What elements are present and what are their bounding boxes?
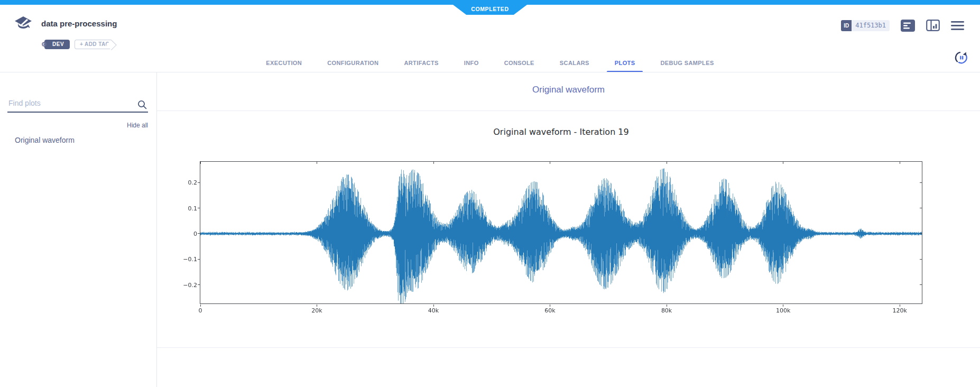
x-tick-mark-top [317, 162, 317, 164]
page: { "status_badge": { "label": "COMPLETED"… [0, 0, 980, 387]
x-tick-label: 20k [311, 307, 322, 314]
search-icon [137, 100, 147, 112]
tab-info[interactable]: INFO [451, 55, 492, 72]
y-tick-mark-right [920, 208, 922, 208]
plot-card-top-divider [157, 110, 980, 111]
x-tick-mark [550, 305, 550, 307]
hide-all-link[interactable]: Hide all [127, 122, 148, 129]
x-tick-mark [783, 305, 783, 307]
x-tick-label: 100k [776, 307, 790, 314]
experiment-title: data pre-processing [41, 19, 117, 28]
status-bar [0, 0, 980, 5]
x-tick-mark [900, 305, 900, 307]
y-tick-mark-right [920, 233, 922, 234]
y-tick-mark-right [920, 182, 922, 183]
add-tag-label: + ADD TAG [80, 41, 110, 47]
y-tick-mark [198, 259, 200, 260]
x-tick-mark-top [200, 162, 201, 164]
plot-group-heading: Original waveform [157, 85, 980, 95]
search-input[interactable] [7, 96, 148, 113]
y-tick-label: −0.1 [183, 256, 197, 263]
plots-panel: Original waveform Original waveform - It… [157, 72, 980, 387]
x-tick-label: 60k [544, 307, 555, 314]
x-tick-mark-top [433, 162, 434, 164]
tab-scalars[interactable]: SCALARS [547, 55, 602, 72]
split-panel-chart-button[interactable] [926, 20, 940, 31]
tag-dev[interactable]: ⚙ DEV [44, 40, 70, 49]
tab-configuration[interactable]: CONFIGURATION [315, 55, 391, 72]
gear-icon: ⚙ [41, 40, 47, 49]
x-tick-mark [317, 305, 317, 307]
x-tick-mark-top [550, 162, 550, 164]
status-badge: COMPLETED [453, 5, 527, 15]
waveform-canvas[interactable] [200, 162, 922, 303]
add-tag-button[interactable]: + ADD TAG [75, 40, 112, 49]
x-tick-label: 40k [428, 307, 439, 314]
plot-list: Original waveform [15, 135, 151, 145]
id-badge-value[interactable]: 41f513b1 [852, 20, 890, 31]
id-badge: ID 41f513b1 [841, 20, 890, 31]
tag-row: ⚙ DEV + ADD TAG [44, 40, 117, 49]
x-tick-mark-top [667, 162, 667, 164]
search-field-wrap [7, 96, 148, 113]
experiment-type-icon [14, 16, 32, 34]
tab-artifacts[interactable]: ARTIFACTS [391, 55, 451, 72]
y-tick-label: −0.2 [183, 281, 197, 288]
x-tick-mark [200, 305, 201, 307]
figure-title: Original waveform - Iteration 19 [200, 127, 922, 137]
tab-bar: EXECUTION CONFIGURATION ARTIFACTS INFO C… [0, 55, 980, 72]
plots-sidebar: Hide all Original waveform [0, 72, 157, 387]
y-tick-label: 0 [193, 230, 197, 237]
x-tick-mark [433, 305, 434, 307]
id-badge-label: ID [841, 20, 852, 31]
y-tick-mark [198, 284, 200, 285]
tab-debug-samples[interactable]: DEBUG SAMPLES [648, 55, 726, 72]
tag-dev-label: DEV [52, 41, 64, 47]
y-tick-label: 0.1 [188, 205, 198, 211]
auto-refresh-icon[interactable] [955, 51, 968, 67]
y-tick-mark-right [920, 284, 922, 285]
x-tick-label: 120k [892, 307, 907, 314]
x-tick-label: 80k [661, 307, 672, 314]
y-tick-label: 0.2 [188, 179, 198, 186]
y-tick-mark-right [920, 259, 922, 260]
plot-list-item[interactable]: Original waveform [15, 135, 151, 145]
x-tick-mark-top [900, 162, 900, 164]
menu-icon[interactable] [951, 21, 964, 31]
y-tick-mark [198, 208, 200, 208]
y-tick-mark [198, 182, 200, 183]
plot-box [200, 161, 922, 304]
plot-card-bottom-divider [157, 347, 980, 348]
x-tick-mark [667, 305, 667, 307]
y-tick-mark [198, 233, 200, 234]
details-view-button[interactable] [901, 20, 915, 32]
x-tick-mark-top [783, 162, 783, 164]
header-actions: ID 41f513b1 [841, 19, 964, 32]
tab-plots[interactable]: PLOTS [602, 55, 648, 72]
tab-console[interactable]: CONSOLE [492, 55, 547, 72]
x-tick-label: 0 [199, 307, 202, 314]
tab-execution[interactable]: EXECUTION [253, 55, 315, 72]
